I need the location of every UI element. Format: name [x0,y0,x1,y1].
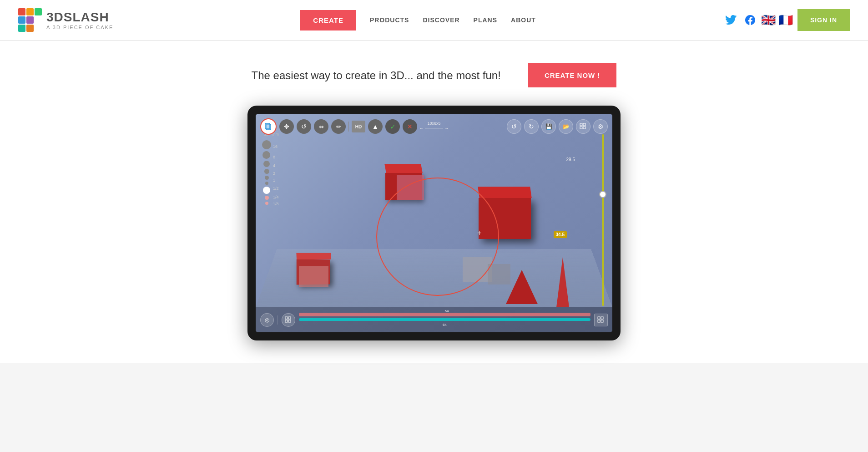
size-1-label: 1 [273,177,279,183]
navigation: CREATE PRODUCTS DISCOVER PLANS ABOUT [300,10,535,30]
nav-about-link[interactable]: ABOUT [511,16,536,24]
tablet-container: + 29.5 34.5 32 mm [18,106,850,340]
svg-rect-20 [601,320,603,322]
nav-discover-link[interactable]: DISCOVER [423,16,459,24]
svg-rect-0 [18,8,25,15]
stamp-button[interactable]: ▲ [368,119,383,134]
svg-rect-18 [601,317,603,319]
svg-rect-10 [583,123,585,126]
logo-area: 3DSLASH A 3D PIECE OF CAKE [18,8,113,32]
hero-section: The easiest way to create in 3D... and t… [18,63,850,87]
open-button[interactable]: 📂 [559,119,573,134]
top-value-label: 29.5 [566,157,575,162]
nav-create-button[interactable]: CREATE [300,10,356,30]
toolbar-bottom: ◎ [256,307,612,332]
timeline-pink-label: 64 [445,309,449,313]
hero-tagline: The easiest way to create in 3D... and t… [252,69,501,82]
timeline-pink-bar[interactable]: 64 [299,313,590,316]
svg-rect-16 [288,320,291,322]
svg-rect-15 [285,320,288,322]
svg-rect-2 [35,8,42,15]
timeline-cyan-label: 64 [299,323,590,327]
size-circles [262,140,271,207]
svg-rect-11 [580,127,582,129]
paint-button[interactable]: ✏ [331,119,346,134]
svg-rect-5 [18,25,25,32]
right-slider[interactable] [598,134,608,306]
badge-value: 34.5 [554,231,567,238]
undo-button[interactable]: ↺ [507,119,521,134]
save-button[interactable]: 💾 [541,119,556,134]
flag-fr-icon[interactable]: 🇫🇷 [778,13,793,27]
svg-rect-8 [265,123,270,129]
redo-button[interactable]: ↻ [524,119,539,134]
create-now-button[interactable]: CREATE NOW ! [528,63,617,87]
shape-1-front [299,266,328,287]
size-numbers: 16 8 4 2 1 1/2 1/4 1/8 [273,141,279,207]
toolbar-top: ✥ ↺ ⇔ ✏ [260,118,608,135]
svg-rect-19 [598,320,600,322]
header-right: 🇬🇧 🇫🇷 SIGN IN [723,9,850,31]
facebook-icon[interactable] [742,12,758,28]
dimension-label: 10x6x5 [427,121,440,126]
view-button[interactable]: ◎ [260,313,274,327]
timeline-area: 64 64 [299,313,590,327]
toolbar-right: ↺ ↻ 💾 📂 [507,119,608,134]
tablet-device: + 29.5 34.5 32 mm [247,106,621,340]
twitter-icon[interactable] [723,12,739,28]
logo-subtitle: A 3D PIECE OF CAKE [46,25,113,30]
separator [348,122,349,132]
signin-button[interactable]: SIGN IN [797,9,850,31]
svg-rect-4 [26,16,34,24]
shape-3 [479,198,531,239]
svg-rect-14 [288,317,291,319]
nav-plans-link[interactable]: PLANS [474,16,497,24]
svg-rect-9 [580,123,582,126]
nav-products-link[interactable]: PRODUCTS [370,16,409,24]
grid-view-button[interactable] [594,314,608,326]
shape-triangle [506,270,538,304]
size-eighth-label: 1/8 [273,201,279,207]
svg-rect-17 [598,317,600,319]
dimension-arrow: ← → [419,126,449,131]
rotate-button[interactable]: ↺ [297,119,311,134]
svg-rect-13 [285,317,288,319]
timeline-cyan-bar[interactable] [299,318,590,321]
grid-button[interactable] [576,119,590,134]
resize-button[interactable]: ⇔ [314,119,328,134]
shape-1-top [296,253,331,259]
cancel-button[interactable]: ✕ [403,119,417,134]
size-4-label: 4 [273,162,279,170]
svg-rect-1 [26,8,34,15]
copy-button[interactable] [260,118,277,135]
main-content: The easiest way to create in 3D... and t… [0,41,868,363]
shape-2-side [397,175,424,200]
logo-text: 3DSLASH A 3D PIECE OF CAKE [46,10,113,30]
bottom-separator [278,315,278,325]
app-screen: + 29.5 34.5 32 mm [256,114,612,332]
confirm-button[interactable]: ✓ [385,119,400,134]
size-2-label: 2 [273,170,279,177]
layers-button[interactable] [282,313,295,327]
size-half-label: 1/2 [273,183,279,193]
svg-rect-6 [26,25,34,32]
dimension-indicator: 10x6x5 ← → [419,121,449,131]
logo-title: 3DSLASH [46,10,113,25]
social-icons: 🇬🇧 🇫🇷 [723,12,793,28]
toolbar-left: ✥ ↺ ⇔ ✏ [260,118,417,135]
size-quarter-label: 1/4 [273,193,279,201]
hd-button[interactable]: HD [352,121,365,132]
settings-button[interactable]: ⚙ [593,119,608,134]
shape-2-top [384,164,423,173]
logo-icon [18,8,42,32]
svg-rect-12 [583,127,585,129]
flag-uk-icon[interactable]: 🇬🇧 [761,13,776,27]
svg-rect-3 [18,16,25,24]
shape-3-top [478,187,532,198]
size-8-label: 8 [273,152,279,162]
move-button[interactable]: ✥ [279,119,294,134]
size-16-label: 16 [273,141,279,152]
header: 3DSLASH A 3D PIECE OF CAKE CREATE PRODUC… [0,0,868,41]
